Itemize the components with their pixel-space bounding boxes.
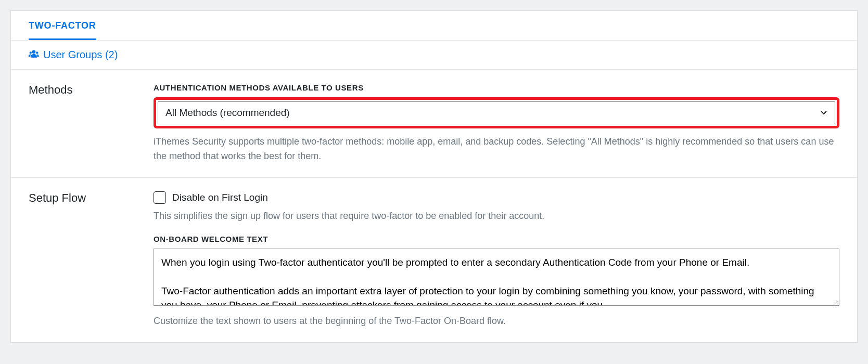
onboard-text-help: Customize the text shown to users at the… [154,314,839,329]
auth-methods-highlight: All Methods (recommended) [154,97,839,128]
section-methods: Methods AUTHENTICATION METHODS AVAILABLE… [11,70,857,178]
disable-first-login-row: Disable on First Login [154,191,839,204]
disable-first-login-help: This simplifies the sign up flow for use… [154,209,839,223]
onboard-text-textarea[interactable] [154,249,839,306]
svg-point-2 [36,51,38,54]
chevron-down-icon [820,109,827,117]
auth-methods-select-value: All Methods (recommended) [165,107,290,119]
user-groups-bar: User Groups (2) [11,41,857,70]
auth-methods-select[interactable]: All Methods (recommended) [158,101,835,124]
svg-point-0 [32,50,36,54]
auth-methods-help: iThemes Security supports multiple two-f… [154,135,839,164]
svg-point-1 [30,51,32,54]
users-icon [29,49,39,61]
tab-two-factor[interactable]: TWO-FACTOR [29,20,96,40]
section-title-methods: Methods [29,83,133,97]
onboard-text-label: ON-BOARD WELCOME TEXT [154,235,839,243]
disable-first-login-checkbox[interactable] [154,191,166,204]
settings-panel: TWO-FACTOR User Groups (2) Methods AUTHE… [10,10,858,343]
section-setup-flow: Setup Flow Disable on First Login This s… [11,178,857,342]
auth-methods-label: AUTHENTICATION METHODS AVAILABLE TO USER… [154,83,839,92]
section-title-setup-flow: Setup Flow [29,191,133,205]
user-groups-link[interactable]: User Groups (2) [43,49,118,61]
disable-first-login-label: Disable on First Login [172,192,268,203]
tab-bar: TWO-FACTOR [11,11,857,41]
